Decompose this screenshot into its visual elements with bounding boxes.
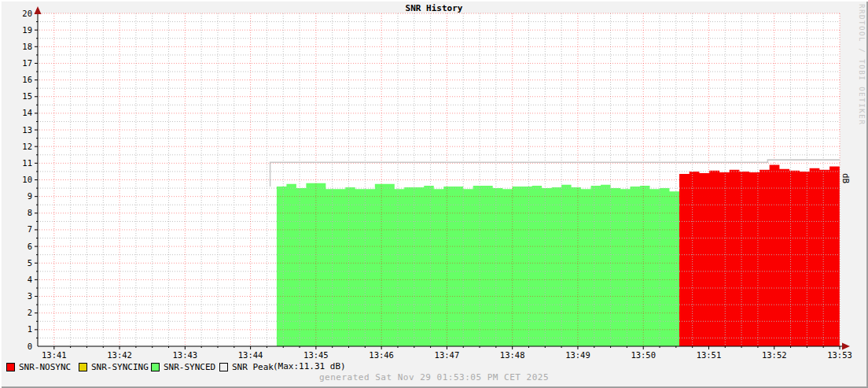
svg-text:20: 20 [22,9,32,18]
legend-label-snr-nosync: SNR-NOSYNC [19,362,71,372]
svg-text:18: 18 [22,42,32,51]
legend-label-snr-syncing: SNR-SYNCING [91,362,149,372]
series-area-snr-nosync [679,164,840,346]
legend-swatch-snr-nosync [6,363,15,371]
right-axis-unit-label: dB [840,173,851,183]
legend-item-snr-synced: SNR-SYNCED [151,361,215,372]
y-axis-labels: 01234567891011121314151617181920 [22,9,32,351]
svg-text:13:43: 13:43 [173,350,198,360]
svg-text:13:44: 13:44 [238,350,263,360]
legend-max-note: (Max:11.31 dB) [273,361,346,371]
legend-label-snr-synced: SNR-SYNCED [164,362,215,372]
svg-text:7: 7 [28,224,32,234]
svg-text:13:46: 13:46 [369,350,394,360]
svg-text:13:52: 13:52 [762,350,787,360]
svg-text:19: 19 [22,25,32,35]
legend-swatch-snr-synced [151,363,160,371]
svg-text:13: 13 [22,125,32,135]
svg-text:3: 3 [28,291,32,301]
svg-text:13:48: 13:48 [500,350,525,360]
generated-timestamp: generated Sat Nov 29 01:53:05 PM CET 202… [0,372,868,382]
svg-text:13:51: 13:51 [697,350,722,360]
rrdtool-graph: SNR History RRDTOOL / TOBI OETIKER 01234… [0,0,868,388]
legend-swatch-snr-syncing [79,363,87,371]
svg-text:13:47: 13:47 [435,350,460,360]
svg-text:10: 10 [22,175,32,184]
legend-item-snr-nosync: SNR-NOSYNC [6,361,71,372]
series-area-snr-synced [277,183,679,346]
svg-text:16: 16 [22,75,32,84]
svg-text:1: 1 [28,324,32,334]
legend-swatch-snr-peak [219,363,228,371]
svg-text:4: 4 [28,275,32,284]
legend-item-snr-peak: SNR Peak [219,361,274,372]
svg-text:13:41: 13:41 [42,350,67,360]
svg-text:13:50: 13:50 [631,350,656,360]
svg-text:17: 17 [22,58,32,68]
svg-text:5: 5 [28,258,32,268]
x-axis-labels: 13:4113:4213:4313:4413:4513:4613:4713:48… [42,350,852,360]
legend: (Max:11.31 dB) SNR-NOSYNCSNR-SYNCINGSNR-… [0,361,868,372]
svg-text:8: 8 [28,208,32,217]
svg-text:14: 14 [22,108,32,117]
svg-text:13:42: 13:42 [107,350,132,360]
legend-item-snr-syncing: SNR-SYNCING [79,361,149,372]
svg-text:6: 6 [28,242,32,251]
x-axis-arrow [842,343,850,350]
svg-text:12: 12 [22,142,32,151]
svg-text:13:49: 13:49 [565,350,590,360]
svg-text:0: 0 [28,342,32,351]
svg-text:11: 11 [22,158,32,168]
svg-text:9: 9 [28,191,32,201]
y-axis-arrow [35,6,42,14]
svg-text:13:45: 13:45 [303,350,329,360]
svg-text:15: 15 [22,91,32,101]
legend-label-snr-peak: SNR Peak [232,362,274,372]
chart-canvas: 0123456789101112131415161718192013:4113:… [0,0,868,388]
svg-text:13:53: 13:53 [827,350,852,360]
svg-text:2: 2 [28,308,32,317]
